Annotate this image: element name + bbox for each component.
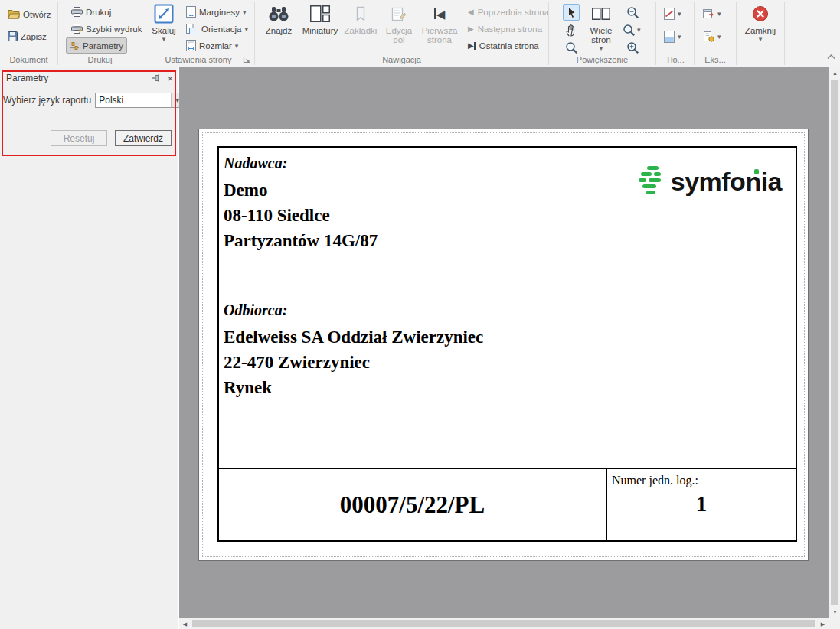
hand-tool-button[interactable] — [563, 21, 580, 38]
group-label-nawigacja: Nawigacja — [255, 55, 548, 64]
folder-open-icon — [8, 9, 20, 19]
thumbnails-button[interactable]: Miniatury — [299, 2, 341, 36]
scroll-down-arrow[interactable]: ▼ — [829, 606, 840, 618]
recipient-line: Rynek — [224, 375, 483, 400]
ribbon-group-zamknij: Zamknij ▾ — [737, 0, 784, 67]
scroll-right-arrow[interactable]: ▶ — [817, 618, 829, 629]
zoom-in-button[interactable] — [624, 39, 641, 56]
collapse-ribbon-button[interactable] — [824, 51, 838, 63]
margins-icon — [186, 6, 196, 18]
group-separator — [784, 2, 785, 65]
zoom-level-dropdown[interactable]: ▾ — [623, 21, 641, 38]
last-page-button[interactable]: ▶ Ostatnia strona — [468, 38, 539, 54]
scale-button[interactable]: Skaluj ▾ — [147, 2, 181, 44]
close-red-icon — [752, 3, 769, 24]
print-preview-window: Otwórz Zapisz Dokument Drukuj Szybki wyd… — [0, 0, 840, 629]
open-button[interactable]: Otwórz — [4, 6, 54, 22]
zoom-tool-button[interactable] — [563, 39, 580, 56]
first-page-button-label: Pierwsza strona — [420, 26, 459, 44]
panel-close-icon[interactable]: × — [167, 73, 173, 83]
parameters-panel: Parametry × Wybierz język raportu Polski… — [0, 67, 178, 629]
next-page-icon: ▶ — [468, 25, 474, 33]
confirm-button[interactable]: Zatwierdź — [115, 130, 172, 146]
orientation-button-label: Orientacja — [201, 24, 241, 34]
background-button[interactable]: ▾ — [660, 28, 685, 44]
logistic-unit-label: Numer jedn. log.: — [612, 473, 791, 487]
previous-page-icon: ◀ — [468, 8, 474, 16]
label-content-frame: Nadawca: Demo 08-110 Siedlce Partyzantów… — [217, 146, 797, 542]
logo-i-dot — [754, 169, 759, 174]
scroll-up-arrow[interactable]: ▲ — [829, 67, 840, 79]
next-page-button[interactable]: ▶ Następna strona — [468, 21, 542, 37]
dropdown-arrow-icon: ▾ — [759, 36, 763, 43]
hand-icon — [565, 24, 577, 37]
save-button[interactable]: Zapisz — [4, 28, 51, 44]
recipient-line: Edelweiss SA Oddział Zwierzyniec — [224, 324, 483, 350]
ribbon-group-nawigacja: Znajdź Miniatury Zakładki Edycja pól ◀ P… — [255, 0, 548, 67]
quick-print-button-label: Szybki wydruk — [86, 24, 142, 34]
previous-page-button[interactable]: ◀ Poprzednia strona — [468, 5, 549, 20]
pointer-tool-button[interactable] — [563, 4, 580, 21]
language-label: Wybierz język raportu — [3, 95, 91, 106]
panel-title: Parametry — [6, 73, 145, 83]
zoom-out-button[interactable] — [624, 4, 641, 21]
last-page-icon: ▶ — [468, 42, 476, 50]
multiple-pages-icon — [592, 3, 610, 24]
group-label-ustawienia-strony: Ustawienia strony — [142, 55, 254, 64]
magnifier-icon — [565, 41, 578, 54]
find-button[interactable]: Znajdź — [260, 2, 298, 36]
previous-page-label: Poprzednia strona — [478, 8, 549, 17]
ribbon: Otwórz Zapisz Dokument Drukuj Szybki wyd… — [0, 0, 840, 67]
size-button-label: Rozmiar — [199, 41, 232, 51]
edit-fields-button[interactable]: Edycja pól — [381, 2, 417, 45]
dropdown-arrow-icon: ▾ — [244, 26, 248, 33]
panel-buttons: Resetuj Zatwierdź — [0, 130, 172, 146]
parameters-button-label: Parametry — [83, 41, 123, 51]
background-icon — [664, 31, 675, 43]
logistic-unit-value: 1 — [612, 491, 791, 517]
group-label-eksport: Eks... — [695, 55, 736, 64]
print-button[interactable]: Drukuj — [67, 4, 115, 20]
parameters-icon — [70, 41, 80, 51]
horizontal-scroll-thumb[interactable] — [192, 620, 815, 627]
multiple-pages-button[interactable]: Wiele stron ▾ — [583, 2, 619, 53]
pin-icon[interactable] — [151, 73, 161, 83]
document-number-cell: 00007/5/22/PL — [219, 469, 606, 540]
save-icon — [8, 31, 18, 41]
export-button[interactable]: ▾ — [699, 5, 725, 21]
preview-area[interactable]: Nadawca: Demo 08-110 Siedlce Partyzantów… — [179, 67, 829, 618]
recipient-block: Odbiorca: Edelweiss SA Oddział Zwierzyni… — [224, 301, 483, 400]
orientation-icon — [186, 23, 198, 34]
send-button[interactable]: ▾ — [699, 28, 725, 44]
watermark-icon — [664, 8, 675, 20]
parameters-button[interactable]: Parametry — [66, 37, 127, 54]
scroll-left-arrow[interactable]: ◀ — [179, 618, 191, 629]
symfonia-logo-text: symfonia — [671, 166, 782, 197]
vertical-scroll-thumb[interactable] — [831, 80, 838, 605]
zoom-in-icon — [626, 41, 639, 54]
page-size-icon — [186, 40, 196, 51]
send-file-icon — [703, 31, 714, 42]
thumbnails-button-label: Miniatury — [302, 26, 338, 35]
group-label-dokument: Dokument — [0, 55, 57, 64]
ribbon-group-tlo: ▾ ▾ Tło... — [656, 0, 694, 67]
first-page-button[interactable]: ◀ Pierwsza strona — [419, 2, 460, 45]
last-page-label: Ostatnia strona — [479, 41, 539, 51]
chevron-up-icon — [827, 54, 835, 60]
bookmarks-button[interactable]: Zakładki — [342, 2, 379, 36]
orientation-button[interactable]: Orientacja ▾ — [182, 21, 252, 37]
vertical-scrollbar[interactable]: ▲ ▼ — [829, 67, 840, 618]
quick-print-button[interactable]: Szybki wydruk — [67, 21, 146, 37]
ribbon-group-ustawienia-strony: Skaluj ▾ Marginesy ▾ Orientacja ▾ Rozmia… — [142, 0, 254, 67]
ribbon-group-dokument: Otwórz Zapisz Dokument — [0, 0, 57, 67]
reset-button[interactable]: Resetuj — [51, 130, 107, 146]
margins-button[interactable]: Marginesy ▾ — [182, 4, 250, 20]
first-page-icon: ◀ — [434, 3, 446, 24]
close-preview-button[interactable]: Zamknij ▾ — [740, 2, 780, 44]
language-select[interactable]: Polski ▾ — [95, 93, 184, 108]
edit-fields-icon — [391, 3, 407, 24]
watermark-button[interactable]: ▾ — [660, 5, 685, 21]
size-button[interactable]: Rozmiar ▾ — [182, 37, 242, 54]
horizontal-scrollbar[interactable]: ◀ ▶ — [179, 618, 829, 629]
sender-line: Demo — [224, 178, 378, 203]
